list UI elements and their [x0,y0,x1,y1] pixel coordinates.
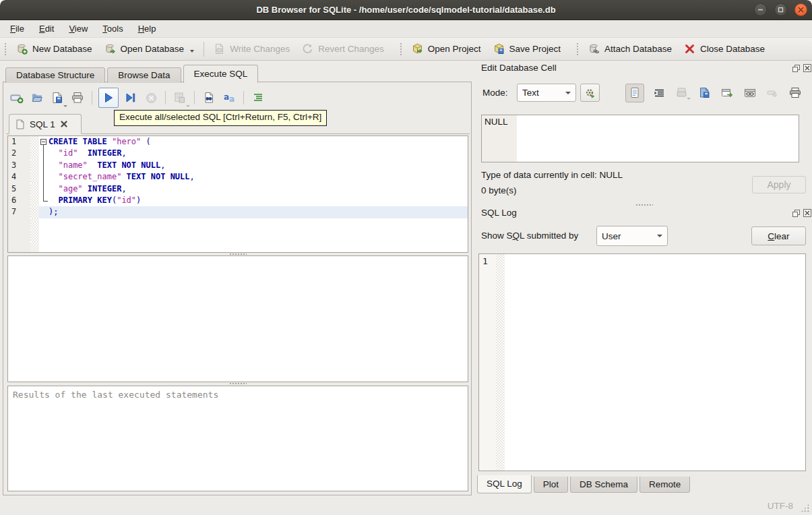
minimize-icon [757,7,763,13]
splitter-handle[interactable] [7,382,468,385]
open-sql-file-button[interactable] [29,90,45,106]
chevron-down-icon [657,235,662,237]
maximize-button[interactable] [774,3,787,16]
save-results-button [172,90,188,106]
sql-file-icon [15,119,25,129]
print-sql-button[interactable] [69,90,86,106]
main-toolbar: New Database Open Database Write Changes… [0,38,812,61]
menu-view[interactable]: View [61,22,95,36]
toolbar-drag-handle[interactable] [400,42,403,56]
menu-help[interactable]: Help [131,22,164,36]
stop-icon [146,92,157,104]
attach-database-icon [588,43,600,55]
import-file-icon [676,87,688,98]
new-sql-tab-button[interactable] [9,90,25,106]
export-cell-button[interactable] [693,87,716,98]
clear-log-button[interactable]: Clear [751,226,806,245]
open-database-icon [104,43,116,55]
close-icon [803,209,811,217]
toolbar-drag-handle[interactable] [576,42,580,56]
close-icon [798,7,804,13]
print-cell-button[interactable] [784,87,807,98]
execute-sql-button[interactable] [98,88,119,108]
close-dock-button[interactable] [803,63,812,73]
results-message-pane[interactable]: Results of the last executed statements [7,386,468,491]
open-database-dropdown-icon[interactable] [190,50,194,53]
sql-editor[interactable]: 1 CREATE TABLE "hero" ( 2 "id" INTEGER, … [7,135,468,253]
new-tab-icon [10,92,24,104]
save-project-button[interactable]: Save Project [487,40,567,58]
open-in-external-button[interactable] [580,84,600,102]
close-dock-button[interactable] [803,208,812,218]
save-sql-file-button[interactable] [49,90,65,106]
minimize-button[interactable] [754,3,767,16]
sql-doc-tab-label: SQL 1 [30,119,55,129]
close-button[interactable] [794,3,807,16]
cell-type-info: Type of data currently in cell: NULL [481,170,623,180]
text-mode-button[interactable] [625,84,644,102]
statusbar: UTF-8 [0,495,812,515]
close-tab-icon[interactable] [60,120,68,128]
toolbar-label: New Database [32,44,92,54]
save-file-icon [51,92,63,104]
toolbar-label: Attach Database [604,44,672,54]
toolbar-label: Close Database [700,44,765,54]
play-icon [103,92,114,103]
tab-db-schema[interactable]: DB Schema [570,477,637,493]
tab-execute-sql[interactable]: Execute SQL [183,65,259,83]
save-dropdown-icon[interactable] [63,105,67,107]
sql-log-dock-title: SQL Log [481,208,517,218]
sql-toolbar-separator [194,91,195,104]
tab-database-structure[interactable]: Database Structure [5,67,105,83]
editor-line: 4 "secret_name" TEXT NOT NULL, [8,171,468,183]
menu-tools[interactable]: Tools [95,22,130,36]
toolbar-drag-handle[interactable] [4,42,7,56]
import-cell-button [671,87,694,98]
revert-changes-button: Revert Changes [296,40,390,58]
tab-plot[interactable]: Plot [534,477,568,493]
float-dock-button[interactable] [791,63,801,73]
attach-database-button[interactable]: Attach Database [582,40,678,58]
log-filter-select[interactable]: User [596,226,668,246]
cell-value-editor[interactable]: NULL [481,115,799,162]
menu-edit[interactable]: Edit [32,22,61,36]
fold-marker-icon[interactable] [39,136,49,148]
copy-link-button[interactable] [739,88,761,98]
window-controls [754,3,807,16]
format-sql-button[interactable] [250,90,266,106]
editor-line: 3 "name" TEXT NOT NULL, [8,160,468,171]
import-dropdown-icon [687,98,691,100]
open-file-icon [31,92,43,104]
tab-sql-log[interactable]: SQL Log [477,475,532,493]
results-grid-pane[interactable] [7,255,468,382]
word-wrap-button[interactable] [648,88,671,98]
open-database-button[interactable]: Open Database [98,40,201,58]
set-null-button [761,88,784,98]
set-null-icon [766,88,778,98]
tab-browse-data[interactable]: Browse Data [107,67,181,83]
float-icon [792,64,801,73]
editor-line-current: 7 ); [8,206,468,218]
sql-doc-tab[interactable]: SQL 1 [9,114,82,134]
menu-file[interactable]: File [3,22,32,36]
close-database-button[interactable]: Close Database [678,40,771,58]
link-icon [744,88,756,98]
cell-editor-toolbar [625,83,807,102]
tab-remote[interactable]: Remote [639,477,690,493]
new-database-button[interactable]: New Database [10,40,98,58]
editor-line: 1 CREATE TABLE "hero" ( [8,136,468,148]
open-project-button[interactable]: Open Project [406,40,487,58]
titlebar[interactable]: DB Browser for SQLite - /home/user/code/… [0,0,812,20]
execute-line-button[interactable] [123,90,139,106]
dock-splitter-handle[interactable] [635,204,653,206]
find-button[interactable] [201,90,217,106]
sql-toolbar: aa [9,86,266,109]
main-tabbar: Database Structure Browse Data Execute S… [5,65,260,83]
resize-grip[interactable] [801,504,809,512]
sql-log-editor[interactable]: 1 [478,253,806,471]
replace-button[interactable]: aa [221,90,237,106]
mode-select[interactable]: Text [517,84,576,102]
open-external-button[interactable] [716,88,739,98]
float-dock-button[interactable] [791,208,801,218]
stop-sql-button [143,90,159,106]
